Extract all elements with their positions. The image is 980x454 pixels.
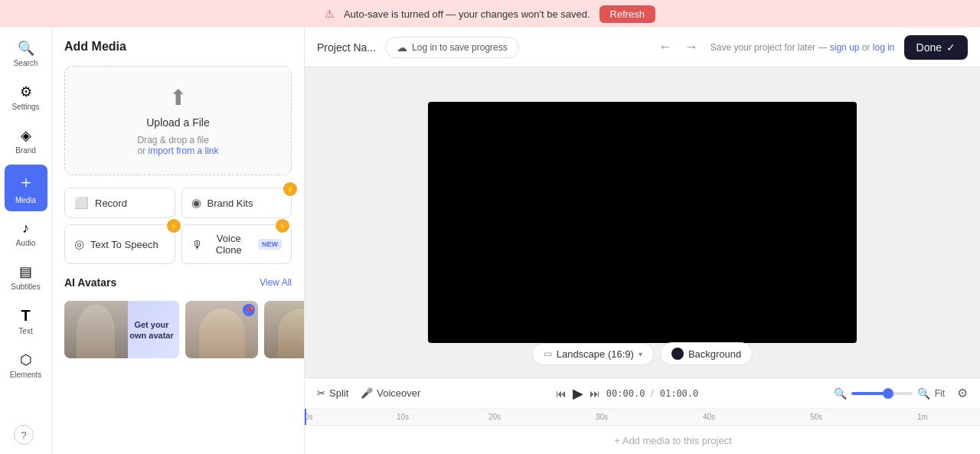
voice-clone-icon: 🎙 bbox=[191, 238, 203, 251]
import-link[interactable]: import from a link bbox=[148, 145, 218, 156]
add-media-panel: Add Media ⬆ Upload a File Drag & drop a … bbox=[52, 28, 305, 454]
warning-icon: ⚠ bbox=[325, 8, 335, 20]
voice-clone-label: Voice Clone bbox=[209, 233, 250, 256]
auto-save-banner: ⚠ Auto-save is turned off — your changes… bbox=[0, 0, 980, 28]
landscape-icon: ▭ bbox=[544, 348, 552, 359]
help-button[interactable]: ? bbox=[14, 425, 34, 445]
sidebar-item-search[interactable]: 🔍 Search bbox=[5, 34, 47, 74]
save-progress-button[interactable]: ☁ Log in to save progress bbox=[385, 37, 519, 58]
sidebar-item-media[interactable]: ＋ Media bbox=[5, 165, 47, 211]
project-name[interactable]: Project Na... bbox=[317, 41, 376, 54]
fit-button[interactable]: Fit bbox=[935, 388, 945, 399]
upgrade-badge: ⚡ bbox=[283, 182, 297, 196]
editor-header: Project Na... ☁ Log in to save progress … bbox=[305, 28, 980, 67]
nav-buttons: ← → bbox=[655, 36, 701, 58]
panel-title: Add Media bbox=[64, 40, 292, 54]
brand-kits-button[interactable]: ◉ Brand Kits ⚡ bbox=[181, 188, 292, 218]
save-progress-label: Log in to save progress bbox=[412, 42, 508, 53]
log-in-link[interactable]: log in bbox=[873, 42, 895, 53]
sidebar-item-elements[interactable]: ⬡ Elements bbox=[5, 345, 47, 386]
ruler-mark-10: 10s bbox=[397, 413, 409, 421]
elements-icon: ⬡ bbox=[20, 351, 32, 368]
background-color-swatch bbox=[671, 348, 684, 360]
sidebar-item-settings[interactable]: ⚙ Settings bbox=[5, 77, 47, 118]
split-button[interactable]: ✂ Split bbox=[317, 387, 348, 399]
sidebar-item-subtitles[interactable]: ▤ Subtitles bbox=[5, 257, 47, 298]
timeline-area: ✂ Split 🎤 Voiceover ⏮ ▶ ⏭ 00:00.0 / 01:0… bbox=[305, 377, 980, 454]
avatar-cta-text: Get your own avatar bbox=[129, 318, 175, 341]
current-time: 00:00.0 bbox=[606, 388, 645, 399]
zoom-in-button[interactable]: 🔍 bbox=[917, 387, 930, 400]
check-icon: ✓ bbox=[946, 41, 956, 54]
timeline-ruler: 0s 10s 20s 30s 40s 50s 1m bbox=[305, 409, 980, 426]
video-canvas bbox=[428, 102, 857, 343]
main-layout: 🔍 Search ⚙ Settings ◈ Brand ＋ Media ♪ Au… bbox=[0, 28, 980, 454]
voiceover-icon: 🎤 bbox=[361, 387, 373, 399]
refresh-button[interactable]: Refresh bbox=[599, 5, 656, 23]
zoom-out-button[interactable]: 🔍 bbox=[834, 387, 847, 400]
zoom-thumb bbox=[883, 388, 893, 399]
timeline-settings-button[interactable]: ⚙ bbox=[957, 386, 968, 400]
search-icon: 🔍 bbox=[18, 40, 34, 57]
zoom-slider[interactable] bbox=[851, 392, 913, 395]
save-info: Save your project for later — sign up or… bbox=[710, 42, 895, 53]
sidebar-item-text[interactable]: T Text bbox=[5, 301, 47, 342]
voiceover-button[interactable]: 🎤 Voiceover bbox=[361, 387, 420, 399]
orientation-label: Landscape (16:9) bbox=[557, 348, 634, 360]
redo-button[interactable]: → bbox=[681, 36, 701, 58]
record-button[interactable]: ⬜ Record bbox=[64, 188, 175, 218]
ruler-mark-20: 20s bbox=[488, 413, 501, 421]
brand-icon: ◈ bbox=[21, 127, 31, 144]
preview-area: ▭ Landscape (16:9) ▾ Background bbox=[305, 67, 980, 377]
playhead bbox=[305, 409, 306, 426]
done-button[interactable]: Done ✓ bbox=[904, 35, 968, 60]
ruler-mark-1m: 1m bbox=[917, 413, 928, 421]
sign-up-link[interactable]: sign up bbox=[830, 42, 860, 53]
ai-avatars-header: AI Avatars View All bbox=[64, 276, 292, 289]
ruler-mark-50: 50s bbox=[810, 413, 822, 421]
split-icon: ✂ bbox=[317, 387, 325, 399]
avatar-cta-card[interactable]: Get your own avatar bbox=[64, 301, 179, 358]
text-to-speech-button[interactable]: ◎ Text To Speech ⚡ bbox=[64, 224, 175, 264]
background-label: Background bbox=[688, 348, 741, 360]
upload-area[interactable]: ⬆ Upload a File Drag & drop a file or im… bbox=[64, 66, 292, 175]
chevron-down-icon: ▾ bbox=[639, 350, 642, 358]
avatar-card-2[interactable]: 📌 bbox=[185, 301, 258, 358]
text-icon: T bbox=[21, 307, 30, 325]
orientation-button[interactable]: ▭ Landscape (16:9) ▾ bbox=[532, 343, 654, 365]
tts-label: Text To Speech bbox=[90, 239, 158, 250]
ruler-mark-30: 30s bbox=[596, 413, 608, 421]
zoom-controls: 🔍 🔍 Fit bbox=[834, 387, 945, 400]
timeline-track: + Add media to this project bbox=[305, 426, 980, 454]
sidebar-item-brand[interactable]: ◈ Brand bbox=[5, 121, 47, 162]
sidebar-item-label: Audio bbox=[16, 239, 36, 248]
sidebar-item-label: Elements bbox=[10, 371, 42, 380]
upgrade-badge-vc: ⚡ bbox=[276, 219, 289, 233]
upload-title: Upload a File bbox=[146, 116, 210, 129]
voiceover-label: Voiceover bbox=[377, 387, 420, 399]
skip-back-button[interactable]: ⏮ bbox=[556, 387, 567, 400]
undo-button[interactable]: ← bbox=[655, 36, 675, 58]
brand-kits-label: Brand Kits bbox=[207, 198, 253, 209]
timeline-toolbar: ✂ Split 🎤 Voiceover ⏮ ▶ ⏭ 00:00.0 / 01:0… bbox=[305, 378, 980, 409]
sidebar-item-label: Media bbox=[15, 196, 36, 205]
upgrade-badge-tts: ⚡ bbox=[167, 219, 181, 233]
background-button[interactable]: Background bbox=[660, 342, 753, 365]
skip-forward-button[interactable]: ⏭ bbox=[590, 387, 600, 400]
settings-icon: ⚙ bbox=[20, 83, 32, 100]
play-button[interactable]: ▶ bbox=[573, 385, 583, 402]
sidebar-item-audio[interactable]: ♪ Audio bbox=[5, 214, 47, 254]
split-label: Split bbox=[329, 387, 348, 399]
ruler-mark-40: 40s bbox=[703, 413, 715, 421]
total-time: 01:00.0 bbox=[660, 388, 699, 399]
media-buttons-grid: ⬜ Record ◉ Brand Kits ⚡ ◎ Text To Speech… bbox=[64, 188, 292, 264]
done-label: Done bbox=[916, 41, 942, 54]
question-mark-icon: ? bbox=[21, 430, 26, 441]
add-media-to-project[interactable]: + Add media to this project bbox=[366, 429, 980, 452]
voice-clone-button[interactable]: 🎙 Voice Clone NEW ⚡ bbox=[181, 224, 292, 264]
avatar-card-3[interactable]: 📌 bbox=[264, 301, 305, 358]
playback-controls: ⏮ ▶ ⏭ 00:00.0 / 01:00.0 bbox=[556, 385, 699, 402]
sidebar-item-label: Brand bbox=[15, 146, 36, 155]
view-all-link[interactable]: View All bbox=[260, 277, 292, 288]
avatar-pin-icon: 📌 bbox=[243, 304, 255, 316]
